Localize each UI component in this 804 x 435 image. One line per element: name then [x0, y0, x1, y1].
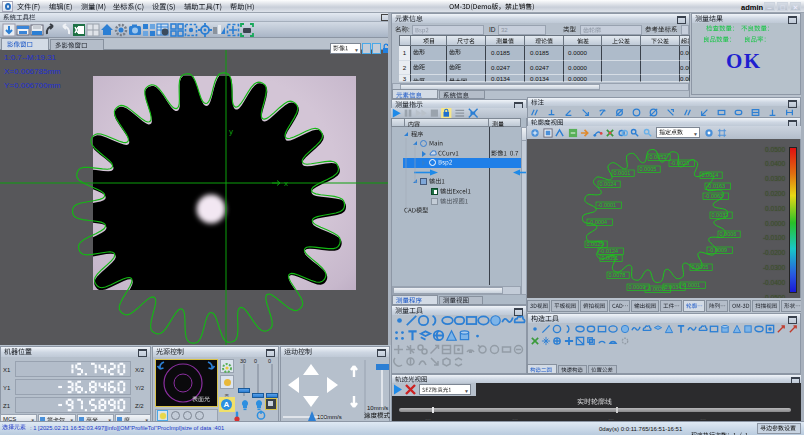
- svg-text:-0.0163: -0.0163: [707, 183, 726, 189]
- svg-text:x: x: [284, 179, 288, 188]
- svg-text:0.0051: 0.0051: [602, 255, 619, 261]
- svg-text:-0.0001: -0.0001: [682, 282, 701, 288]
- svg-text:0.0024: 0.0024: [600, 181, 617, 187]
- svg-text:0.0078: 0.0078: [609, 272, 626, 278]
- svg-text:-0.0001: -0.0001: [598, 202, 617, 208]
- svg-text:-0.0063: -0.0063: [705, 193, 724, 199]
- svg-text:0.0034: 0.0034: [665, 284, 682, 290]
- svg-text:-0.0020: -0.0020: [647, 286, 666, 292]
- svg-text:0.0009: 0.0009: [629, 284, 646, 290]
- svg-text:0.0025: 0.0025: [587, 241, 604, 247]
- svg-text:-0.0009: -0.0009: [709, 247, 728, 253]
- svg-text:0.0014: 0.0014: [702, 172, 719, 178]
- svg-text:0.0005: 0.0005: [692, 264, 709, 270]
- svg-text:y: y: [229, 127, 233, 136]
- svg-text:-0.0023: -0.0023: [671, 160, 690, 166]
- svg-text:-0.0124: -0.0124: [600, 248, 619, 254]
- svg-text:0.0006: 0.0006: [720, 231, 737, 237]
- svg-text:0.0052: 0.0052: [650, 154, 667, 160]
- svg-text:-0.0004: -0.0004: [589, 219, 608, 225]
- svg-text:0.0032: 0.0032: [712, 212, 729, 218]
- svg-text:0.0005: 0.0005: [640, 166, 657, 172]
- svg-text:0.0001: 0.0001: [614, 170, 631, 176]
